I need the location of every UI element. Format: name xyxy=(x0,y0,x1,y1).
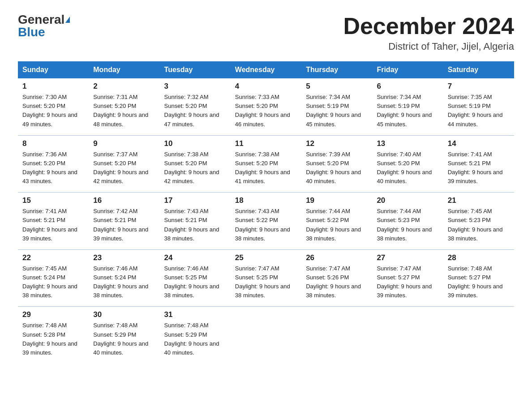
day-info: Sunrise: 7:44 AMSunset: 5:23 PMDaylight:… xyxy=(377,207,438,243)
day-info: Sunrise: 7:47 AMSunset: 5:27 PMDaylight:… xyxy=(377,264,438,300)
logo-blue-text: Blue xyxy=(18,26,45,39)
calendar-cell: 28 Sunrise: 7:48 AMSunset: 5:27 PMDaylig… xyxy=(443,249,514,307)
day-info: Sunrise: 7:34 AMSunset: 5:19 PMDaylight:… xyxy=(306,93,368,129)
day-number: 13 xyxy=(377,139,438,148)
day-number: 31 xyxy=(164,310,226,319)
day-info: Sunrise: 7:37 AMSunset: 5:20 PMDaylight:… xyxy=(93,150,155,186)
calendar-cell: 17 Sunrise: 7:43 AMSunset: 5:21 PMDaylig… xyxy=(160,193,231,250)
day-number: 2 xyxy=(93,82,155,91)
calendar-cell xyxy=(231,307,301,364)
calendar-cell: 24 Sunrise: 7:46 AMSunset: 5:25 PMDaylig… xyxy=(160,249,231,307)
calendar-header: SundayMondayTuesdayWednesdayThursdayFrid… xyxy=(18,61,514,78)
calendar-cell: 25 Sunrise: 7:47 AMSunset: 5:25 PMDaylig… xyxy=(231,249,301,307)
calendar-cell: 9 Sunrise: 7:37 AMSunset: 5:20 PMDayligh… xyxy=(89,135,159,193)
header-day-saturday: Saturday xyxy=(443,61,514,78)
day-info: Sunrise: 7:48 AMSunset: 5:28 PMDaylight:… xyxy=(22,321,84,357)
week-row-3: 15 Sunrise: 7:41 AMSunset: 5:21 PMDaylig… xyxy=(18,193,514,250)
day-info: Sunrise: 7:43 AMSunset: 5:21 PMDaylight:… xyxy=(164,207,226,243)
day-info: Sunrise: 7:41 AMSunset: 5:21 PMDaylight:… xyxy=(22,207,84,243)
week-row-5: 29 Sunrise: 7:48 AMSunset: 5:28 PMDaylig… xyxy=(18,307,514,364)
calendar-cell: 15 Sunrise: 7:41 AMSunset: 5:21 PMDaylig… xyxy=(18,193,89,250)
day-number: 26 xyxy=(306,253,368,262)
day-info: Sunrise: 7:43 AMSunset: 5:22 PMDaylight:… xyxy=(235,207,297,243)
day-info: Sunrise: 7:36 AMSunset: 5:20 PMDaylight:… xyxy=(22,150,84,186)
day-info: Sunrise: 7:40 AMSunset: 5:20 PMDaylight:… xyxy=(377,150,438,186)
day-info: Sunrise: 7:42 AMSunset: 5:21 PMDaylight:… xyxy=(93,207,155,243)
location-title: District of Taher, Jijel, Algeria xyxy=(343,41,514,52)
header-day-monday: Monday xyxy=(89,61,159,78)
day-info: Sunrise: 7:48 AMSunset: 5:29 PMDaylight:… xyxy=(164,321,226,357)
day-number: 11 xyxy=(235,139,297,148)
day-info: Sunrise: 7:48 AMSunset: 5:29 PMDaylight:… xyxy=(93,321,155,357)
day-info: Sunrise: 7:34 AMSunset: 5:19 PMDaylight:… xyxy=(377,93,438,129)
logo-general-text: General xyxy=(18,13,64,26)
day-number: 27 xyxy=(377,253,438,262)
day-info: Sunrise: 7:38 AMSunset: 5:20 PMDaylight:… xyxy=(164,150,226,186)
calendar-cell: 7 Sunrise: 7:35 AMSunset: 5:19 PMDayligh… xyxy=(443,78,514,135)
month-title: December 2024 xyxy=(343,13,514,39)
day-info: Sunrise: 7:44 AMSunset: 5:22 PMDaylight:… xyxy=(306,207,368,243)
calendar-cell: 2 Sunrise: 7:31 AMSunset: 5:20 PMDayligh… xyxy=(89,78,159,135)
day-info: Sunrise: 7:45 AMSunset: 5:23 PMDaylight:… xyxy=(448,207,510,243)
day-info: Sunrise: 7:39 AMSunset: 5:20 PMDaylight:… xyxy=(306,150,368,186)
day-number: 7 xyxy=(448,82,510,91)
day-number: 6 xyxy=(377,82,438,91)
header-day-friday: Friday xyxy=(372,61,443,78)
calendar-cell xyxy=(443,307,514,364)
title-area: December 2024 District of Taher, Jijel, … xyxy=(343,13,514,52)
header-day-thursday: Thursday xyxy=(301,61,372,78)
day-info: Sunrise: 7:47 AMSunset: 5:26 PMDaylight:… xyxy=(306,264,368,300)
calendar-cell: 4 Sunrise: 7:33 AMSunset: 5:20 PMDayligh… xyxy=(231,78,301,135)
calendar-cell: 20 Sunrise: 7:44 AMSunset: 5:23 PMDaylig… xyxy=(372,193,443,250)
day-number: 3 xyxy=(164,82,226,91)
day-number: 5 xyxy=(306,82,368,91)
calendar-cell: 3 Sunrise: 7:32 AMSunset: 5:20 PMDayligh… xyxy=(160,78,231,135)
week-row-4: 22 Sunrise: 7:45 AMSunset: 5:24 PMDaylig… xyxy=(18,249,514,307)
calendar-cell: 21 Sunrise: 7:45 AMSunset: 5:23 PMDaylig… xyxy=(443,193,514,250)
calendar-cell xyxy=(301,307,372,364)
day-number: 9 xyxy=(93,139,155,148)
week-row-1: 1 Sunrise: 7:30 AMSunset: 5:20 PMDayligh… xyxy=(18,78,514,135)
day-number: 24 xyxy=(164,253,226,262)
calendar-cell: 27 Sunrise: 7:47 AMSunset: 5:27 PMDaylig… xyxy=(372,249,443,307)
calendar-cell: 26 Sunrise: 7:47 AMSunset: 5:26 PMDaylig… xyxy=(301,249,372,307)
day-number: 25 xyxy=(235,253,297,262)
day-number: 23 xyxy=(93,253,155,262)
calendar-cell: 29 Sunrise: 7:48 AMSunset: 5:28 PMDaylig… xyxy=(18,307,89,364)
day-info: Sunrise: 7:38 AMSunset: 5:20 PMDaylight:… xyxy=(235,150,297,186)
day-info: Sunrise: 7:35 AMSunset: 5:19 PMDaylight:… xyxy=(448,93,510,129)
calendar-cell: 11 Sunrise: 7:38 AMSunset: 5:20 PMDaylig… xyxy=(231,135,301,193)
calendar-cell: 1 Sunrise: 7:30 AMSunset: 5:20 PMDayligh… xyxy=(18,78,89,135)
day-info: Sunrise: 7:41 AMSunset: 5:21 PMDaylight:… xyxy=(448,150,510,186)
day-info: Sunrise: 7:48 AMSunset: 5:27 PMDaylight:… xyxy=(448,264,510,300)
day-number: 22 xyxy=(22,253,84,262)
header-day-wednesday: Wednesday xyxy=(231,61,301,78)
day-number: 17 xyxy=(164,196,226,205)
calendar-cell: 6 Sunrise: 7:34 AMSunset: 5:19 PMDayligh… xyxy=(372,78,443,135)
calendar-cell xyxy=(372,307,443,364)
logo-triangle-icon xyxy=(65,17,70,23)
calendar-cell: 14 Sunrise: 7:41 AMSunset: 5:21 PMDaylig… xyxy=(443,135,514,193)
calendar-cell: 22 Sunrise: 7:45 AMSunset: 5:24 PMDaylig… xyxy=(18,249,89,307)
calendar-cell: 23 Sunrise: 7:46 AMSunset: 5:24 PMDaylig… xyxy=(89,249,159,307)
day-number: 30 xyxy=(93,310,155,319)
day-number: 10 xyxy=(164,139,226,148)
day-number: 29 xyxy=(22,310,84,319)
header: General Blue December 2024 District of T… xyxy=(18,13,514,52)
day-info: Sunrise: 7:47 AMSunset: 5:25 PMDaylight:… xyxy=(235,264,297,300)
calendar-table: SundayMondayTuesdayWednesdayThursdayFrid… xyxy=(18,61,514,364)
day-number: 15 xyxy=(22,196,84,205)
calendar-cell: 16 Sunrise: 7:42 AMSunset: 5:21 PMDaylig… xyxy=(89,193,159,250)
calendar-cell: 30 Sunrise: 7:48 AMSunset: 5:29 PMDaylig… xyxy=(89,307,159,364)
day-number: 1 xyxy=(22,82,84,91)
day-info: Sunrise: 7:46 AMSunset: 5:24 PMDaylight:… xyxy=(93,264,155,300)
day-info: Sunrise: 7:46 AMSunset: 5:25 PMDaylight:… xyxy=(164,264,226,300)
day-number: 28 xyxy=(448,253,510,262)
day-number: 4 xyxy=(235,82,297,91)
day-number: 19 xyxy=(306,196,368,205)
day-number: 18 xyxy=(235,196,297,205)
calendar-body: 1 Sunrise: 7:30 AMSunset: 5:20 PMDayligh… xyxy=(18,78,514,364)
day-info: Sunrise: 7:32 AMSunset: 5:20 PMDaylight:… xyxy=(164,93,226,129)
day-number: 14 xyxy=(448,139,510,148)
day-info: Sunrise: 7:31 AMSunset: 5:20 PMDaylight:… xyxy=(93,93,155,129)
